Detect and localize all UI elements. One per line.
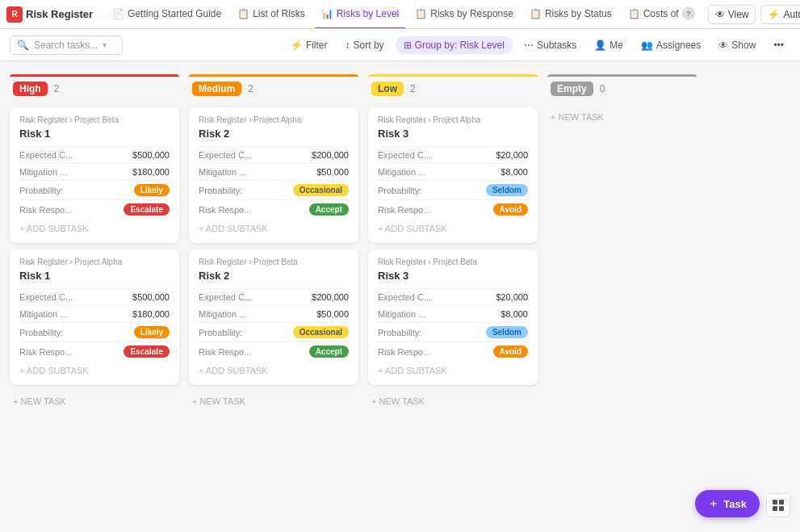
- high-count: 2: [54, 83, 60, 94]
- card-high-2[interactable]: Risk Register › Project Alpha Risk 1 Exp…: [10, 249, 179, 385]
- card-row: Probability: Seldom: [378, 180, 528, 199]
- automate-button[interactable]: ⚡ Automate ▾: [760, 5, 800, 24]
- svg-rect-2: [773, 506, 777, 511]
- card-medium-1[interactable]: Risk Register › Project Alpha Risk 2 Exp…: [189, 107, 358, 243]
- status-icon: 📋: [530, 8, 542, 19]
- show-icon: 👁: [718, 40, 728, 51]
- card-row: Probability: Occasional: [199, 322, 349, 341]
- add-subtask-button[interactable]: + ADD SUBTASK: [19, 219, 170, 235]
- low-badge: Low: [371, 82, 404, 96]
- add-subtask-button[interactable]: + ADD SUBTASK: [378, 361, 528, 377]
- new-task-button-medium[interactable]: + NEW TASK: [189, 392, 358, 411]
- tab-risks-by-status[interactable]: 📋 Risks by Status: [523, 0, 618, 29]
- view-button[interactable]: 👁 View: [708, 5, 756, 24]
- new-task-button-high[interactable]: + NEW TASK: [10, 392, 179, 411]
- card-row: Expected C... $20,000: [378, 146, 528, 163]
- card-row: Mitigation ... $180,000: [19, 163, 170, 180]
- card-title: Risk 1: [19, 270, 170, 282]
- probability-badge: Likely: [134, 184, 170, 196]
- card-title: Risk 3: [378, 270, 528, 282]
- more-button[interactable]: •••: [767, 36, 790, 54]
- response-badge: Avoid: [493, 203, 528, 216]
- probability-badge: Occasional: [293, 326, 349, 338]
- board: High 2 Risk Register › Project Beta Risk…: [0, 61, 800, 532]
- group-button[interactable]: ⊞ Group by: Risk Level: [396, 36, 513, 54]
- card-low-1[interactable]: Risk Register › Project Alpha Risk 3 Exp…: [368, 107, 538, 243]
- response-badge: Escalate: [124, 346, 170, 358]
- column-header-high: High 2: [10, 74, 179, 101]
- tab-risks-by-response[interactable]: 📋 Risks by Response: [408, 0, 520, 29]
- card-row: Probability: Seldom: [378, 322, 528, 341]
- filter-button[interactable]: ⚡ Filter: [284, 36, 334, 54]
- task-fab-button[interactable]: ＋ Task: [695, 490, 760, 517]
- card-breadcrumb: Risk Register › Project Beta: [19, 115, 170, 124]
- response-badge: Escalate: [124, 203, 170, 216]
- card-title: Risk 3: [378, 128, 528, 140]
- column-header-low: Low 2: [368, 74, 538, 101]
- add-subtask-button[interactable]: + ADD SUBTASK: [199, 219, 349, 235]
- subtasks-icon: ⋯: [524, 40, 534, 51]
- toolbar: 🔍 Search tasks... ▾ ⚡ Filter ↕ Sort by ⊞…: [0, 29, 800, 61]
- card-row: Probability: Occasional: [199, 180, 349, 199]
- probability-badge: Occasional: [293, 184, 349, 196]
- sort-icon: ↕: [346, 40, 350, 51]
- me-button[interactable]: 👤 Me: [588, 36, 630, 54]
- response-icon: 📋: [415, 8, 427, 19]
- tab-risks-by-level[interactable]: 📊 Risks by Level: [315, 0, 405, 29]
- card-row: Risk Respo... Accept: [199, 199, 349, 219]
- response-badge: Accept: [309, 346, 349, 358]
- card-medium-2[interactable]: Risk Register › Project Beta Risk 2 Expe…: [189, 249, 358, 385]
- card-row: Risk Respo... Escalate: [19, 199, 170, 219]
- svg-rect-0: [773, 500, 777, 505]
- medium-badge: Medium: [192, 82, 241, 96]
- response-badge: Accept: [309, 203, 349, 216]
- group-icon: ⊞: [404, 40, 412, 51]
- card-low-2[interactable]: Risk Register › Project Beta Risk 3 Expe…: [368, 249, 538, 385]
- card-row: Probability: Likely: [19, 322, 170, 341]
- svg-rect-3: [779, 506, 784, 511]
- column-empty: Empty 0 + NEW TASK: [547, 74, 697, 127]
- card-row: Expected C... $500,000: [19, 288, 170, 305]
- card-row: Risk Respo... Avoid: [378, 199, 528, 219]
- tab-getting-started[interactable]: 📄 Getting Started Guide: [106, 0, 228, 29]
- new-task-button-low[interactable]: + NEW TASK: [368, 392, 538, 411]
- show-button[interactable]: 👁 Show: [712, 36, 762, 54]
- subtasks-button[interactable]: ⋯ Subtasks: [517, 36, 583, 54]
- assignees-icon: 👥: [641, 40, 653, 51]
- card-breadcrumb: Risk Register › Project Beta: [199, 258, 349, 266]
- app-title: Risk Register: [26, 8, 93, 20]
- costs-icon: 📋: [628, 8, 640, 19]
- column-high: High 2 Risk Register › Project Beta Risk…: [10, 74, 179, 411]
- more-icon: •••: [773, 40, 784, 51]
- medium-count: 2: [248, 83, 253, 94]
- card-row: Expected C... $20,000: [378, 288, 528, 305]
- search-input[interactable]: 🔍 Search tasks... ▾: [10, 36, 123, 55]
- card-row: Probability: Likely: [19, 180, 170, 199]
- card-row: Mitigation ... $8,000: [378, 163, 528, 180]
- chevron-down-icon: ▾: [103, 40, 107, 49]
- column-medium: Medium 2 Risk Register › Project Alpha R…: [189, 74, 358, 411]
- card-breadcrumb: Risk Register › Project Beta: [378, 258, 528, 266]
- card-breadcrumb: Risk Register › Project Alpha: [378, 115, 528, 124]
- empty-count: 0: [600, 83, 605, 94]
- card-row: Risk Respo... Avoid: [378, 341, 528, 361]
- new-task-button-empty[interactable]: + NEW TASK: [547, 107, 697, 127]
- tab-list-of-risks[interactable]: 📋 List of Risks: [231, 0, 312, 29]
- high-badge: High: [13, 82, 48, 96]
- card-row: Mitigation ... $50,000: [199, 305, 349, 322]
- grid-icon: [772, 499, 785, 512]
- probability-badge: Seldom: [486, 184, 528, 196]
- card-row: Mitigation ... $50,000: [199, 163, 349, 180]
- card-high-1[interactable]: Risk Register › Project Beta Risk 1 Expe…: [10, 107, 179, 243]
- tab-costs[interactable]: 📋 Costs of ?: [622, 0, 702, 29]
- add-subtask-button[interactable]: + ADD SUBTASK: [378, 219, 528, 235]
- empty-badge: Empty: [551, 82, 593, 96]
- card-row: Expected C... $500,000: [19, 146, 170, 163]
- add-subtask-button[interactable]: + ADD SUBTASK: [199, 361, 349, 377]
- card-row: Risk Respo... Escalate: [19, 341, 170, 361]
- assignees-button[interactable]: 👥 Assignees: [635, 36, 707, 54]
- sort-button[interactable]: ↕ Sort by: [339, 36, 391, 54]
- add-subtask-button[interactable]: + ADD SUBTASK: [19, 361, 170, 377]
- plus-icon: ＋: [708, 496, 718, 511]
- grid-view-button[interactable]: [766, 493, 790, 517]
